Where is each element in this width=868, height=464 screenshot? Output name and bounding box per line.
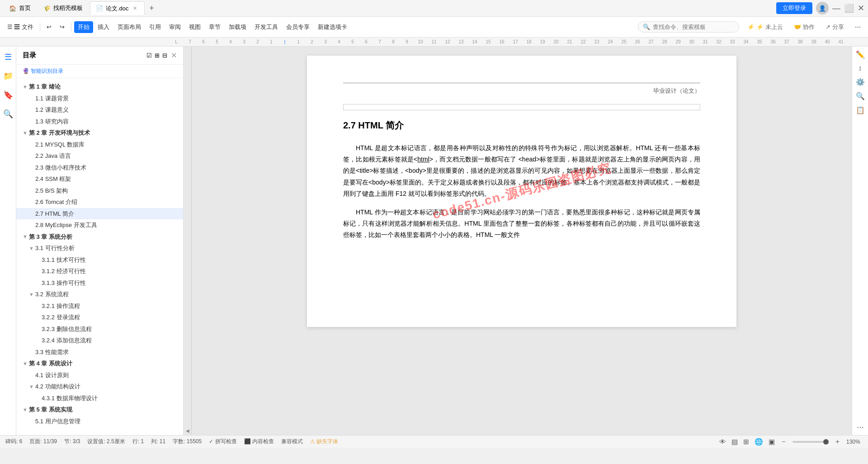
right-icon-1[interactable]: ✏️: [856, 50, 865, 59]
expand-icon[interactable]: ⊞: [155, 52, 160, 59]
status-box-icon[interactable]: ▣: [769, 438, 775, 446]
toc-item-3-1[interactable]: ▼ 3.1 可行性分析: [16, 242, 183, 254]
status-layout-icon[interactable]: ▤: [731, 438, 738, 446]
right-icon-2[interactable]: ↕: [859, 64, 862, 72]
ai-toc-bar: 🔮 智能识别目录: [16, 65, 183, 78]
redo-button[interactable]: ↪: [56, 22, 68, 32]
more-button[interactable]: ⋯: [851, 22, 864, 32]
status-globe-icon[interactable]: 🌐: [755, 438, 763, 446]
toc-icon[interactable]: ☰: [3, 50, 14, 64]
tab-template[interactable]: 🌾 找稻壳模板: [38, 1, 88, 15]
toc-item-4-3-1[interactable]: 4.3.1 数据库物理设计: [16, 393, 183, 404]
settings-status: 设置值: 2.5厘米: [87, 438, 125, 445]
toc-chapter5[interactable]: ▼ 第 5 章 系统实现: [16, 404, 183, 416]
chevron-down-icon: ▼: [23, 406, 29, 414]
doc-icon: 📄: [96, 5, 103, 12]
right-icon-3[interactable]: ⚙️: [856, 78, 865, 86]
section-title: 2.7 HTML 简介: [343, 119, 700, 132]
line-status: 行: 1: [132, 438, 144, 445]
zoom-in-button[interactable]: ＋: [834, 437, 841, 446]
toc-item-2-5[interactable]: 2.5 B/S 架构: [16, 185, 183, 197]
toc-item-2-1[interactable]: 2.1 MYSQL 数据库: [16, 139, 183, 151]
toc-item-2-3[interactable]: 2.3 微信小程序技术: [16, 162, 183, 174]
zoom-out-button[interactable]: －: [780, 437, 787, 446]
main-layout: ☰ 📁 🔖 🔍 目录 ☑ ⊞ ⊟ ✕ 🔮 智能识别目录 ▼ 第 1 章 绪论: [0, 47, 868, 435]
cloud-button[interactable]: ⚡ ⚡ 未上云: [744, 21, 787, 33]
toc-item-1-1[interactable]: 1.1 课题背景: [16, 93, 183, 104]
sidebar-close-button[interactable]: ✕: [171, 51, 177, 60]
undo-button[interactable]: ↩: [43, 22, 55, 32]
chapter-button[interactable]: 章节: [205, 21, 224, 33]
scroll-left-arrow[interactable]: ◀: [186, 428, 189, 433]
toc-item-2-2[interactable]: 2.2 Java 语言: [16, 150, 183, 162]
toc-item-2-7[interactable]: 2.7 HTML 简介: [16, 208, 183, 220]
toc-item-3-1-3[interactable]: 3.1.3 操作可行性: [16, 277, 183, 289]
view-button[interactable]: 视图: [185, 21, 204, 33]
tab-close-doc[interactable]: ✕: [132, 5, 139, 12]
upgrade-button[interactable]: 立即登录: [776, 2, 812, 14]
toc-item-3-2[interactable]: ▼ 3.2 系统流程: [16, 289, 183, 300]
bookmark-icon[interactable]: 🔖: [1, 88, 15, 102]
toc-item-4-2[interactable]: ▼ 4.2 功能结构设计: [16, 381, 183, 393]
toc-item-3-1-2[interactable]: 3.1.2 经济可行性: [16, 265, 183, 277]
zoom-level[interactable]: 130%: [846, 439, 863, 445]
restore-button[interactable]: ⬜: [844, 3, 854, 13]
toc-item-3-2-4[interactable]: 3.2.4 添加信息流程: [16, 335, 183, 346]
add-tab-button[interactable]: +: [146, 3, 157, 14]
search-box[interactable]: 🔍: [638, 21, 739, 33]
zoom-slider[interactable]: [793, 441, 829, 443]
search-sidebar-icon[interactable]: 🔍: [1, 107, 15, 121]
newtab-button[interactable]: 新建选项卡: [314, 21, 351, 33]
collapse-icon[interactable]: ⊟: [162, 52, 167, 59]
toc-item-2-8[interactable]: 2.8 MyEclipse 开发工具: [16, 219, 183, 231]
tab-doc[interactable]: 📄 论文.doc ✕: [90, 1, 145, 15]
review-button[interactable]: 审阅: [165, 21, 184, 33]
toc-chapter4[interactable]: ▼ 第 4 章 系统设计: [16, 358, 183, 369]
toc-chapter1[interactable]: ▼ 第 1 章 绪论: [16, 81, 183, 93]
tab-home[interactable]: 🏠 首页: [4, 1, 36, 15]
chevron-down-icon: ▼: [29, 245, 35, 252]
user-avatar[interactable]: 👤: [816, 2, 829, 14]
toc-item-2-4[interactable]: 2.4 SSM 框架: [16, 173, 183, 185]
right-icon-6[interactable]: ⋯: [857, 423, 864, 431]
toc-item-3-2-3[interactable]: 3.2.3 删除信息流程: [16, 323, 183, 335]
toc-chapter2[interactable]: ▼ 第 2 章 开发环境与技术: [16, 127, 183, 139]
contentcheck-status[interactable]: ⬛ 内容检查: [244, 438, 274, 445]
references-button[interactable]: 引用: [146, 21, 165, 33]
spellcheck-status[interactable]: ✓ 拼写检查: [209, 438, 236, 445]
toc-chapter3[interactable]: ▼ 第 3 章 系统分析: [16, 231, 183, 243]
toc-item-1-3[interactable]: 1.3 研究内容: [16, 116, 183, 128]
toc-item-3-2-1[interactable]: 3.2.1 操作流程: [16, 300, 183, 312]
search-input[interactable]: [653, 24, 734, 30]
status-eye-icon[interactable]: 👁: [719, 438, 726, 445]
insert-button[interactable]: 插入: [94, 21, 113, 33]
ai-toc-button[interactable]: 🔮 智能识别目录: [23, 67, 177, 75]
right-icon-5[interactable]: 📋: [856, 106, 865, 114]
ruler: L 7 6 5 4 3 2 1 | 1 2 3 4 5 6 7 8 9 10 1…: [0, 38, 868, 47]
toc-item-4-1[interactable]: 4.1 设计原则: [16, 369, 183, 381]
file-menu-button[interactable]: ☰ ☰ 文件: [4, 21, 37, 33]
section-status: 节: 3/3: [64, 438, 80, 445]
ruler-numbers: L 7 6 5 4 3 2 1 | 1 2 3 4 5 6 7 8 9 10 1…: [170, 39, 848, 44]
minimize-button[interactable]: —: [832, 4, 840, 13]
close-button[interactable]: ✕: [858, 3, 864, 13]
collaborate-button[interactable]: 🤝 协作: [790, 21, 818, 33]
toc-item-5-1[interactable]: 5.1 用户信息管理: [16, 416, 183, 427]
status-grid-icon[interactable]: ⊞: [743, 438, 749, 446]
doc-paragraph-1[interactable]: HTML 是超文本标记语言，都是用各种声明以及对称性的的特殊符号作为标记，用以浏…: [343, 142, 700, 199]
toc-item-1-2[interactable]: 1.2 课题意义: [16, 104, 183, 116]
doc-paragraph-2[interactable]: HTML 作为一种超文本标记语言，是目前学习网站必须学习的第一门语言，要熟悉里面…: [343, 207, 700, 241]
toc-item-3-2-2[interactable]: 3.2.2 登录流程: [16, 312, 183, 323]
folder-icon[interactable]: 📁: [1, 69, 15, 83]
toc-item-3-3[interactable]: 3.3 性能需求: [16, 346, 183, 358]
right-icon-4[interactable]: 🔍: [856, 92, 865, 100]
page-layout-button[interactable]: 页面布局: [114, 21, 145, 33]
toc-item-3-1-1[interactable]: 3.1.1 技术可行性: [16, 254, 183, 266]
share-button[interactable]: ↗ 分享: [822, 21, 848, 33]
addins-button[interactable]: 加载项: [225, 21, 250, 33]
checkbox-all-icon[interactable]: ☑: [146, 52, 152, 59]
devtools-button[interactable]: 开发工具: [251, 21, 282, 33]
toc-item-2-6[interactable]: 2.6 Tomcat 介绍: [16, 196, 183, 208]
start-button[interactable]: 开始: [74, 21, 93, 33]
member-button[interactable]: 会员专享: [283, 21, 313, 33]
